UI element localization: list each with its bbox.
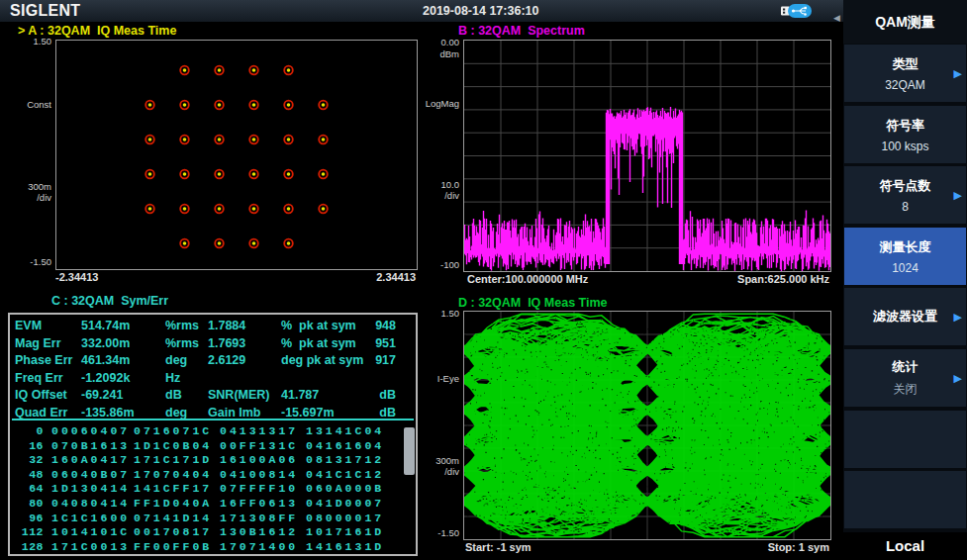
menu-button-statistics[interactable]: 统计关闭▶ bbox=[844, 349, 966, 407]
hex-group: 160A0417 bbox=[51, 453, 130, 466]
error-table-row: IQ Offset-69.241dBSNR(MER)41.787dB bbox=[10, 388, 416, 405]
hex-group: 1C1C1600 bbox=[51, 512, 130, 524]
error-table-cell: deg bbox=[165, 353, 187, 367]
error-table-cell: dB bbox=[165, 388, 182, 402]
hex-group: 1416131D bbox=[306, 540, 384, 553]
datetime-display: 2019-08-14 17:36:10 bbox=[423, 4, 538, 18]
hex-group: 16100A06 bbox=[220, 453, 298, 466]
submenu-arrow-icon: ▶ bbox=[954, 189, 962, 202]
hex-row-index: 112 bbox=[12, 525, 44, 538]
panel-c-symerr-box: EVM514.74m%rms1.7884% pk at sym948Mag Er… bbox=[8, 313, 418, 556]
hex-group: 070B1613 bbox=[51, 439, 130, 452]
error-table-row: Mag Err332.00m%rms1.7693% pk at sym951 bbox=[10, 336, 416, 353]
menu-button-empty-1 bbox=[844, 411, 966, 468]
hex-group: 04131317 bbox=[220, 424, 298, 437]
error-table-cell: 461.34m bbox=[81, 353, 130, 367]
panel-b-span: Span:625.000 kHz bbox=[693, 273, 829, 285]
hex-row: 128171C0013FF00FF0B170714001416131D bbox=[10, 540, 416, 554]
hex-group: 060A000B bbox=[306, 482, 384, 495]
hex-group: 13141C04 bbox=[306, 424, 384, 437]
hex-group: 08000017 bbox=[306, 512, 384, 524]
hex-group: 1017161D bbox=[306, 525, 384, 538]
error-table-cell: SNR(MER) bbox=[208, 388, 270, 402]
error-table-cell: EVM bbox=[15, 319, 42, 332]
error-table-cell: 2.6129 bbox=[208, 353, 245, 367]
panel-b-div-label: 10.0 bbox=[420, 179, 459, 190]
error-table-cell: Mag Err bbox=[15, 336, 61, 350]
hex-row: 4806040B071707040404100814041C1C12 bbox=[10, 468, 416, 482]
error-table-cell: IQ Offset bbox=[15, 388, 67, 402]
error-table-cell: deg bbox=[165, 406, 187, 420]
menu-button-meas-length[interactable]: 测量长度1024 bbox=[844, 228, 966, 285]
panel-d-div-label: 300m bbox=[420, 455, 459, 466]
hex-row: 1121014101C00170817130B16121017161D bbox=[10, 525, 416, 539]
menu-button-type[interactable]: 类型32QAM▶ bbox=[844, 45, 966, 102]
menu-button-filter-settings[interactable]: 滤波器设置▶ bbox=[844, 288, 966, 345]
error-table-cell: 1.7693 bbox=[208, 336, 245, 350]
hex-row-index: 96 bbox=[12, 512, 44, 524]
panel-b-scale-type: LogMag bbox=[420, 98, 459, 109]
menu-button-value: 32QAM bbox=[885, 78, 925, 92]
panel-a-constellation-plot bbox=[55, 40, 418, 270]
panel-d-trace-type: I-Eye bbox=[420, 373, 459, 384]
submenu-arrow-icon: ▶ bbox=[954, 67, 962, 80]
error-table-row: Freq Err-1.2092kHz bbox=[10, 371, 416, 388]
error-table-cell: 951 bbox=[375, 336, 396, 350]
panel-d-eye-plot bbox=[463, 311, 831, 540]
hex-group: 041C1C12 bbox=[306, 468, 384, 481]
collapse-menu-arrow[interactable]: ◀ bbox=[833, 13, 840, 23]
error-table-cell: %rms bbox=[165, 336, 199, 350]
menu-button-value: 关闭 bbox=[894, 381, 918, 398]
hex-group: 130B1612 bbox=[220, 525, 298, 538]
panel-d-ref-top: 1.50 bbox=[420, 308, 459, 319]
menu-button-label: 统计 bbox=[893, 358, 919, 376]
panel-b-spectrum-plot bbox=[463, 40, 831, 272]
error-table-cell: dB bbox=[379, 406, 396, 420]
error-table-cell: Freq Err bbox=[15, 371, 63, 385]
hex-group: 04080414 bbox=[51, 497, 130, 510]
panel-a-div-unit: /div bbox=[12, 192, 51, 203]
hex-group: 04100814 bbox=[220, 468, 298, 481]
panel-b-floor-level: -100 bbox=[420, 259, 459, 270]
hex-group: 1014101C bbox=[51, 525, 130, 538]
error-table-cell: -15.697m bbox=[281, 406, 335, 420]
panel-d-stop-label: Stop: 1 sym bbox=[713, 541, 829, 553]
hex-row-index: 64 bbox=[12, 482, 44, 495]
top-bar: SIGLENT 2019-08-14 17:36:10 bbox=[0, 0, 843, 22]
local-button[interactable]: Local bbox=[843, 532, 967, 560]
error-table-cell: Gain Imb bbox=[208, 406, 260, 420]
menu-button-label: 类型 bbox=[893, 55, 919, 73]
menu-button-value: 100 ksps bbox=[881, 140, 928, 153]
brand-logo: SIGLENT bbox=[10, 2, 80, 20]
menu-button-symbol-points[interactable]: 符号点数8▶ bbox=[844, 166, 966, 224]
menu-button-symbol-rate[interactable]: 符号率100 ksps bbox=[844, 106, 966, 163]
menu-button-label: 滤波器设置 bbox=[873, 308, 937, 326]
hex-group: FF00FF0B bbox=[134, 540, 212, 553]
error-table-cell: % pk at sym bbox=[281, 319, 356, 332]
panel-d-start-label: Start: -1 sym bbox=[465, 541, 532, 553]
hex-row-index: 128 bbox=[12, 540, 44, 553]
error-table-cell: Hz bbox=[165, 371, 180, 385]
hex-group: 06040B07 bbox=[51, 468, 130, 481]
hex-group: 1D130414 bbox=[51, 482, 130, 495]
hex-group: 171C171D bbox=[134, 453, 212, 466]
error-table-cell: Quad Err bbox=[15, 406, 68, 420]
error-table-cell: -69.241 bbox=[81, 388, 123, 402]
hex-group: 00060407 bbox=[51, 424, 130, 437]
panel-a-trace-type: Const bbox=[12, 99, 51, 110]
scrollbar-thumb[interactable] bbox=[404, 427, 415, 475]
hex-row-index: 48 bbox=[12, 468, 44, 481]
menu-button-value: 1024 bbox=[892, 261, 919, 275]
panel-d-div-unit: /div bbox=[420, 466, 459, 477]
hex-row-index: 0 bbox=[12, 424, 44, 437]
panel-a-ref-bottom: -1.50 bbox=[12, 256, 51, 267]
error-table-cell: % pk at sym bbox=[281, 336, 356, 350]
error-table-cell: %rms bbox=[165, 319, 199, 332]
hex-group: 08131712 bbox=[306, 453, 384, 466]
panel-b-center-freq: Center:100.000000 MHz bbox=[467, 273, 588, 285]
hex-group: 00170817 bbox=[134, 525, 212, 538]
panel-a-div-label: 300m bbox=[12, 181, 51, 192]
hex-row: 0000604070716071C0413131713141C04 bbox=[10, 424, 416, 438]
hex-row: 641D130414141CFF1707FFFF10060A000B bbox=[10, 482, 416, 496]
error-table-row: Phase Err461.34mdeg2.6129deg pk at sym91… bbox=[10, 353, 416, 370]
